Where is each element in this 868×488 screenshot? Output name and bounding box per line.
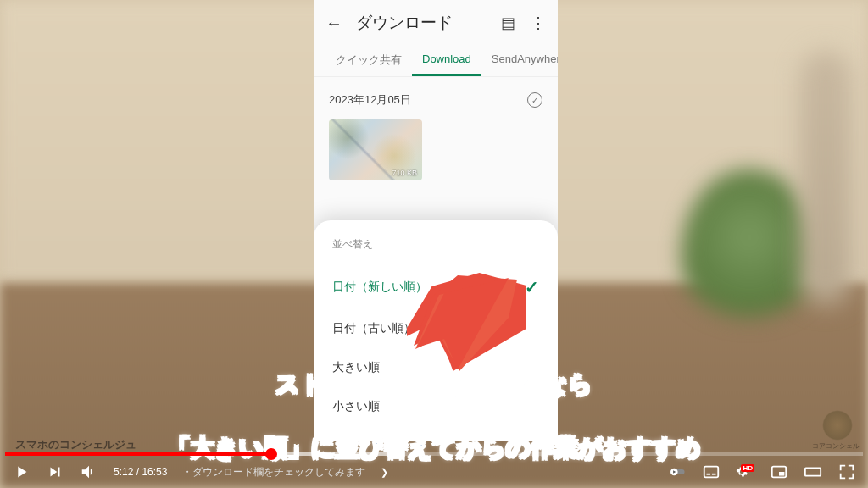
more-vert-icon[interactable]: ⋮ <box>531 14 546 32</box>
tabs-row: クイック共有 Download SendAnywhere <box>314 42 558 77</box>
tab-download[interactable]: Download <box>412 42 481 76</box>
next-button[interactable] <box>46 463 64 481</box>
sort-sheet-title: 並べ替え <box>332 237 539 252</box>
thumbnail-size-label: 710 KB <box>392 169 417 177</box>
sort-option-label: 日付（古い順） <box>332 321 415 336</box>
select-all-icon[interactable]: ✓ <box>527 92 542 108</box>
corner-watermark-text: コアコンシェル <box>812 441 860 451</box>
player-controls: 5:12 / 16:53 ・ダウンロード欄をチェックしてみます ❯ HD <box>0 456 868 488</box>
app-bar-actions: ▤ ⋮ <box>501 14 546 32</box>
caption-line-1: ストレージに空きを作るなら <box>275 371 593 397</box>
date-label: 2023年12月05日 <box>329 92 411 108</box>
miniplayer-button[interactable] <box>770 463 788 481</box>
date-group-header: 2023年12月05日 ✓ <box>314 77 558 114</box>
view-grid-icon[interactable]: ▤ <box>501 14 515 32</box>
svg-rect-9 <box>805 468 821 475</box>
theater-button[interactable] <box>804 463 822 481</box>
svg-rect-4 <box>704 467 719 478</box>
mute-button[interactable] <box>80 463 98 481</box>
tab-sendanywhere[interactable]: SendAnywhere <box>481 42 558 76</box>
settings-button[interactable]: HD <box>736 463 754 481</box>
current-time: 5:12 <box>114 466 133 478</box>
background-mannequin <box>800 51 851 305</box>
phone-app-bar: ← ダウンロード ▤ ⋮ <box>314 0 558 42</box>
svg-rect-8 <box>779 472 784 476</box>
time-display: 5:12 / 16:53 <box>114 466 167 478</box>
tab-quickshare[interactable]: クイック共有 <box>326 42 412 76</box>
sort-option-label: 日付（新しい順） <box>332 280 427 295</box>
fullscreen-button[interactable] <box>837 463 856 481</box>
back-arrow-icon[interactable]: ← <box>326 14 342 33</box>
corner-watermark-icon[interactable] <box>821 410 854 444</box>
play-button[interactable] <box>12 463 31 481</box>
autoplay-toggle[interactable] <box>668 463 687 481</box>
chevron-right-icon[interactable]: ❯ <box>381 467 388 478</box>
sort-option-date-new[interactable]: 日付（新しい順） ✓ <box>332 265 539 309</box>
total-time: 16:53 <box>142 466 167 478</box>
file-thumbnail[interactable]: 710 KB <box>329 119 422 180</box>
channel-watermark: スマホのコンシェルジュ <box>15 437 136 452</box>
svg-rect-5 <box>707 474 711 475</box>
captions-button[interactable] <box>702 463 721 481</box>
svg-rect-6 <box>712 474 716 475</box>
background-plant <box>682 169 817 339</box>
check-icon: ✓ <box>525 277 539 297</box>
app-bar-title: ダウンロード <box>356 12 487 34</box>
video-frame: ← ダウンロード ▤ ⋮ クイック共有 Download SendAnywher… <box>0 0 868 488</box>
chapter-title[interactable]: ・ダウンロード欄をチェックしてみます <box>182 465 365 480</box>
hd-badge: HD <box>741 464 754 472</box>
